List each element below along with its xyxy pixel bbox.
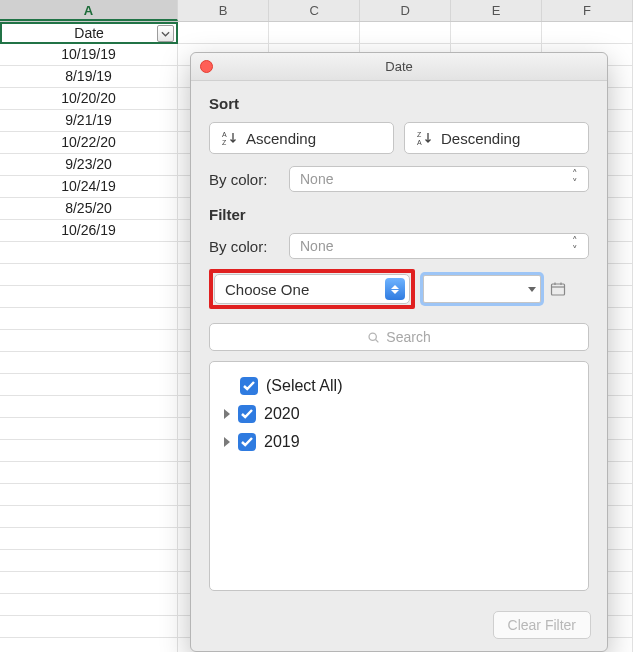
cell[interactable] — [0, 418, 178, 439]
cell[interactable]: 10/24/19 — [0, 176, 178, 197]
svg-rect-4 — [552, 284, 565, 295]
disclosure-triangle-icon[interactable] — [224, 409, 230, 419]
filter-by-color-value: None — [300, 238, 333, 254]
search-icon — [367, 331, 380, 344]
header-cell[interactable]: Date — [0, 22, 178, 44]
cell[interactable]: 8/19/19 — [0, 66, 178, 87]
cell[interactable]: 9/21/19 — [0, 110, 178, 131]
column-header[interactable]: F — [542, 0, 633, 21]
cell[interactable] — [0, 396, 178, 417]
chevron-updown-icon: ˄˅ — [572, 170, 578, 188]
column-header[interactable]: C — [269, 0, 360, 21]
svg-point-8 — [369, 333, 376, 340]
cell[interactable]: 10/26/19 — [0, 220, 178, 241]
cell[interactable] — [451, 22, 542, 43]
sort-ascending-label: Ascending — [246, 130, 316, 147]
cell[interactable] — [0, 528, 178, 549]
sort-by-color-select[interactable]: None ˄˅ — [289, 166, 589, 192]
column-header[interactable]: E — [451, 0, 542, 21]
annotation-highlight: Choose One — [209, 269, 415, 309]
filter-by-color-label: By color: — [209, 238, 279, 255]
cell[interactable] — [0, 484, 178, 505]
tree-item-year[interactable]: 2019 — [222, 428, 576, 456]
cell[interactable] — [0, 308, 178, 329]
cell[interactable] — [0, 242, 178, 263]
cell[interactable] — [0, 462, 178, 483]
cell[interactable]: 10/19/19 — [0, 44, 178, 65]
column-header[interactable]: D — [360, 0, 451, 21]
dialog-titlebar: Date — [191, 53, 607, 81]
dropdown-stepper-icon — [385, 278, 405, 300]
filter-search-input[interactable]: Search — [209, 323, 589, 351]
cell[interactable] — [0, 286, 178, 307]
sort-by-color-value: None — [300, 171, 333, 187]
cell[interactable] — [0, 594, 178, 615]
disclosure-triangle-icon[interactable] — [224, 437, 230, 447]
svg-text:A: A — [417, 139, 422, 146]
calendar-icon[interactable] — [549, 280, 567, 298]
tree-item-label: 2020 — [264, 405, 300, 423]
tree-item-year[interactable]: 2020 — [222, 400, 576, 428]
svg-text:Z: Z — [417, 131, 422, 138]
chevron-down-icon — [528, 287, 536, 292]
clear-filter-label: Clear Filter — [508, 617, 576, 633]
filter-by-color-select[interactable]: None ˄˅ — [289, 233, 589, 259]
cell[interactable] — [178, 22, 269, 43]
cell[interactable]: 8/25/20 — [0, 198, 178, 219]
filter-dialog: Date Sort AZ Ascending ZA Descending By … — [190, 52, 608, 652]
cell[interactable] — [0, 550, 178, 571]
cell[interactable]: 10/22/20 — [0, 132, 178, 153]
filter-dropdown-button[interactable] — [157, 25, 174, 42]
cell[interactable] — [269, 22, 360, 43]
column-header[interactable]: B — [178, 0, 269, 21]
cell[interactable] — [0, 264, 178, 285]
filter-condition-value: Choose One — [225, 281, 309, 298]
cell[interactable] — [0, 374, 178, 395]
sort-ascending-button[interactable]: AZ Ascending — [209, 122, 394, 154]
filter-condition-select[interactable]: Choose One — [214, 274, 410, 304]
cell[interactable]: 10/20/20 — [0, 88, 178, 109]
search-placeholder: Search — [386, 329, 430, 345]
sort-descending-button[interactable]: ZA Descending — [404, 122, 589, 154]
filter-section-label: Filter — [209, 206, 607, 223]
header-cell-label: Date — [74, 25, 104, 41]
cell[interactable]: 9/23/20 — [0, 154, 178, 175]
cell[interactable] — [0, 330, 178, 351]
chevron-updown-icon: ˄˅ — [572, 237, 578, 255]
dialog-title: Date — [385, 59, 412, 74]
cell[interactable] — [360, 22, 451, 43]
sort-descending-label: Descending — [441, 130, 520, 147]
close-icon[interactable] — [200, 60, 213, 73]
svg-text:A: A — [222, 131, 227, 138]
cell[interactable] — [0, 616, 178, 637]
table-row: Date — [0, 22, 633, 44]
svg-line-9 — [376, 339, 379, 342]
sort-by-color-label: By color: — [209, 171, 279, 188]
tree-item-label: 2019 — [264, 433, 300, 451]
cell[interactable] — [0, 440, 178, 461]
checkbox-icon[interactable] — [238, 433, 256, 451]
filter-date-input[interactable] — [423, 275, 541, 303]
filter-values-tree: (Select All) 2020 2019 — [209, 361, 589, 591]
sort-descending-icon: ZA — [417, 130, 433, 146]
cell[interactable] — [0, 638, 178, 652]
sort-section-label: Sort — [209, 95, 607, 112]
column-headers: ABCDEF — [0, 0, 633, 22]
cell[interactable] — [0, 506, 178, 527]
cell[interactable] — [0, 352, 178, 373]
column-header[interactable]: A — [0, 0, 178, 21]
clear-filter-button[interactable]: Clear Filter — [493, 611, 591, 639]
checkbox-icon[interactable] — [238, 405, 256, 423]
checkbox-icon[interactable] — [240, 377, 258, 395]
cell[interactable] — [542, 22, 633, 43]
cell[interactable] — [0, 572, 178, 593]
sort-ascending-icon: AZ — [222, 130, 238, 146]
svg-text:Z: Z — [222, 139, 227, 146]
tree-item-label: (Select All) — [266, 377, 342, 395]
tree-item-select-all[interactable]: (Select All) — [222, 372, 576, 400]
